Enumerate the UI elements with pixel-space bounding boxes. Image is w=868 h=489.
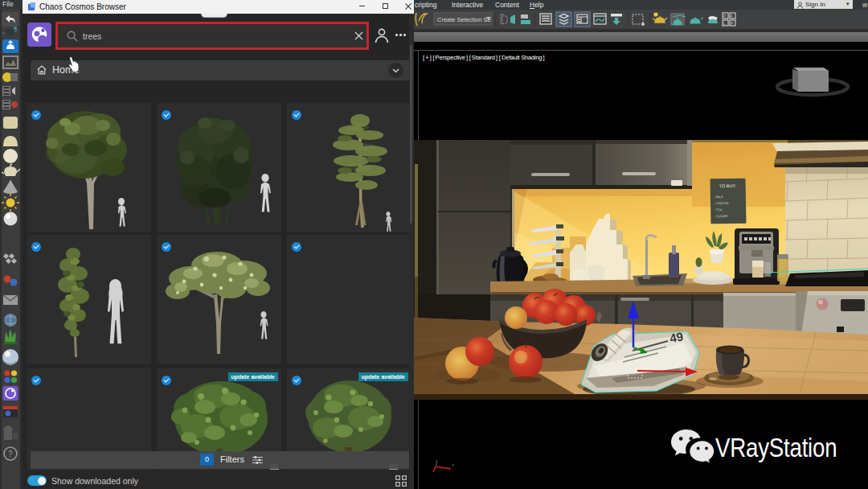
svg-text:- SUGAR: - SUGAR <box>714 214 727 218</box>
svg-text:49: 49 <box>669 329 685 345</box>
svg-text:TO BUY: TO BUY <box>719 183 736 188</box>
svg-text:- CHEESE: - CHEESE <box>714 201 729 205</box>
svg-text:- MILK: - MILK <box>714 195 723 199</box>
svg-text:L: L <box>723 21 726 26</box>
svg-text:?: ? <box>8 450 13 458</box>
svg-text:P: P <box>731 21 734 26</box>
svg-text:F: F <box>731 14 733 18</box>
svg-text:P: P <box>723 14 727 18</box>
svg-text:- TEA: - TEA <box>714 208 723 212</box>
svg-text:Create Selection Se: Create Selection Se <box>437 16 491 23</box>
svg-text:x: x <box>452 462 454 467</box>
